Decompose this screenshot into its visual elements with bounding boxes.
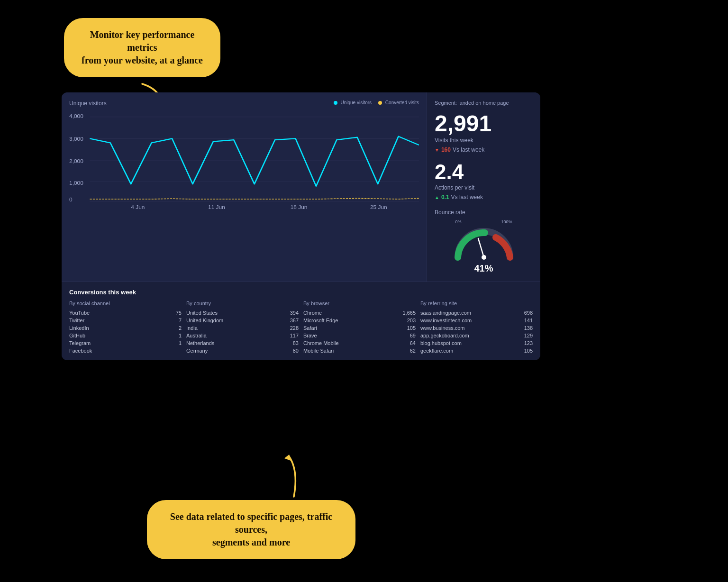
list-item: Netherlands83 <box>186 339 299 347</box>
bounce-label: Bounce rate <box>435 209 533 216</box>
visits-change-value: 160 <box>441 146 451 153</box>
list-item: Australia117 <box>186 332 299 339</box>
dashboard: Unique visitors Unique visitors Converte… <box>62 92 540 360</box>
svg-text:3,000: 3,000 <box>69 136 83 142</box>
actions-change-label: Vs last week <box>451 194 483 200</box>
chart-area: Unique visitors Unique visitors Converte… <box>62 92 427 282</box>
chart-legend: Unique visitors Converted visits <box>334 100 419 105</box>
visits-value: 2,991 <box>435 112 533 135</box>
actions-label: Actions per visit <box>435 184 533 191</box>
svg-text:18 Jun: 18 Jun <box>291 205 308 210</box>
referring-column: By referring site saaslandingpage.com698… <box>420 300 533 355</box>
actions-value: 2.4 <box>435 162 533 182</box>
country-header: By country <box>186 300 299 306</box>
up-arrow-icon: ▲ <box>435 195 439 200</box>
gauge-ticks: 0% 100% <box>455 219 512 224</box>
list-item: Germany80 <box>186 347 299 355</box>
list-item: Telegram1 <box>69 339 182 347</box>
list-item: GitHub1 <box>69 332 182 339</box>
list-item: Chrome1,665 <box>303 309 416 317</box>
social-column: By social channel YouTube75 Twitter7 Lin… <box>69 300 182 355</box>
gauge-container: 0% 100% 41% <box>435 219 533 274</box>
list-item: blog.hubspot.com123 <box>420 339 533 347</box>
list-item: Microsoft Edge203 <box>303 317 416 324</box>
actions-change-value: 0.1 <box>441 194 449 200</box>
list-item: Facebook <box>69 347 182 355</box>
list-item: app.geckoboard.com129 <box>420 332 533 339</box>
conversions-title: Conversions this week <box>69 289 533 296</box>
list-item: India228 <box>186 324 299 332</box>
segment-title: Segment: landed on home page <box>435 100 533 106</box>
list-item: geekflare.com105 <box>420 347 533 355</box>
svg-line-15 <box>478 238 484 257</box>
list-item: United States394 <box>186 309 299 317</box>
svg-text:0: 0 <box>69 197 73 202</box>
legend-unique: Unique visitors <box>334 100 372 105</box>
list-item: Twitter7 <box>69 317 182 324</box>
svg-text:1,000: 1,000 <box>69 181 83 186</box>
gauge-max: 100% <box>501 219 512 224</box>
visits-change: ▼ 160 Vs last week <box>435 146 533 153</box>
browser-column: By browser Chrome1,665 Microsoft Edge203… <box>303 300 416 355</box>
svg-text:2,000: 2,000 <box>69 159 83 164</box>
line-chart: 4,000 3,000 2,000 1,000 0 4 Jun 11 Jun 1… <box>69 110 419 210</box>
social-header: By social channel <box>69 300 182 306</box>
gauge-value: 41% <box>474 263 493 274</box>
list-item: LinkedIn2 <box>69 324 182 332</box>
conversions-grid: By social channel YouTube75 Twitter7 Lin… <box>69 300 533 355</box>
unique-dot <box>334 101 337 105</box>
list-item: www.investintech.com141 <box>420 317 533 324</box>
top-bubble: Monitor key performance metricsfrom your… <box>64 18 220 77</box>
svg-text:11 Jun: 11 Jun <box>208 205 225 210</box>
list-item: United Kingdom367 <box>186 317 299 324</box>
actions-change: ▲ 0.1 Vs last week <box>435 194 533 200</box>
top-section: Unique visitors Unique visitors Converte… <box>62 92 540 282</box>
down-arrow-icon: ▼ <box>435 147 439 153</box>
gauge-min: 0% <box>455 219 462 224</box>
list-item: YouTube75 <box>69 309 182 317</box>
list-item: Mobile Safari62 <box>303 347 416 355</box>
referring-header: By referring site <box>420 300 533 306</box>
top-bubble-text: Monitor key performance metricsfrom your… <box>82 29 203 65</box>
legend-converted: Converted visits <box>378 100 419 105</box>
list-item: www.business.com138 <box>420 324 533 332</box>
converted-dot <box>378 101 382 105</box>
bottom-arrow <box>275 452 313 499</box>
list-item: Brave69 <box>303 332 416 339</box>
list-item: Safari105 <box>303 324 416 332</box>
list-item: Chrome Mobile64 <box>303 339 416 347</box>
svg-text:25 Jun: 25 Jun <box>370 205 387 210</box>
visits-change-label: Vs last week <box>453 146 484 153</box>
gauge-chart <box>451 224 517 262</box>
svg-text:4 Jun: 4 Jun <box>131 205 145 210</box>
bottom-bubble-text: See data related to specific pages, traf… <box>170 511 332 547</box>
conversions-section: Conversions this week By social channel … <box>62 282 540 360</box>
visits-label: Visits this week <box>435 137 533 144</box>
svg-point-16 <box>482 255 486 260</box>
bottom-bubble: See data related to specific pages, traf… <box>147 500 355 559</box>
country-column: By country United States394 United Kingd… <box>186 300 299 355</box>
browser-header: By browser <box>303 300 416 306</box>
segment-panel: Segment: landed on home page 2,991 Visit… <box>427 92 540 282</box>
svg-text:4,000: 4,000 <box>69 114 83 119</box>
list-item: saaslandingpage.com698 <box>420 309 533 317</box>
